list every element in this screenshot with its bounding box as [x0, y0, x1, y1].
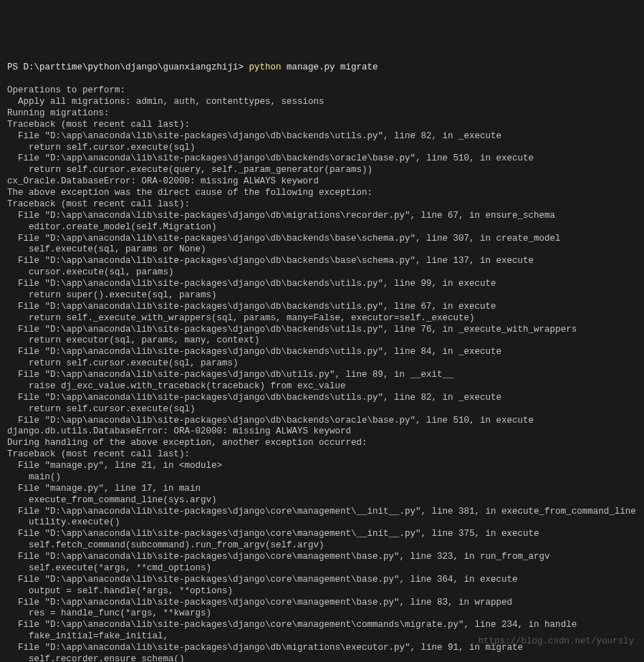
output-line: output = self.handle(*args, **options): [7, 586, 637, 598]
output-line: return executor(sql, params, many, conte…: [7, 335, 637, 347]
output-line: utility.execute(): [7, 517, 637, 529]
output-line: execute_from_command_line(sys.argv): [7, 495, 637, 507]
output-line: res = handle_func(*args, **kwargs): [7, 608, 637, 620]
output-line: File "D:\app\anaconda\lib\site-packages\…: [7, 529, 637, 540]
output-line: raise dj_exc_value.with_traceback(traceb…: [7, 381, 637, 393]
output-line: File "D:\app\anaconda\lib\site-packages\…: [7, 211, 637, 222]
output-line: File "D:\app\anaconda\lib\site-packages\…: [7, 598, 637, 609]
output-lines: Operations to perform: Apply all migrati…: [7, 85, 637, 662]
watermark-text: https://blog.csdn.net/yoursly: [478, 636, 634, 648]
output-line: return self.cursor.execute(sql): [7, 143, 637, 154]
output-line: File "D:\app\anaconda\lib\site-packages\…: [7, 416, 637, 427]
output-line: During handling of the above exception, …: [7, 438, 637, 449]
output-line: django.db.utils.DatabaseError: ORA-02000…: [7, 426, 637, 438]
output-line: cursor.execute(sql, params): [7, 267, 637, 279]
output-line: self.execute(sql, params or None): [7, 244, 637, 256]
output-line: File "D:\app\anaconda\lib\site-packages\…: [7, 620, 637, 631]
output-line: File "D:\app\anaconda\lib\site-packages\…: [7, 256, 637, 267]
output-line: The above exception was the direct cause…: [7, 188, 637, 199]
output-line: Apply all migrations: admin, auth, conte…: [7, 97, 637, 108]
output-line: File "D:\app\anaconda\lib\site-packages\…: [7, 131, 637, 143]
output-line: File "D:\app\anaconda\lib\site-packages\…: [7, 279, 637, 290]
output-line: File "D:\app\anaconda\lib\site-packages\…: [7, 325, 637, 336]
output-line: File "D:\app\anaconda\lib\site-packages\…: [7, 234, 637, 245]
output-line: Traceback (most recent call last):: [7, 120, 637, 131]
output-line: File "D:\app\anaconda\lib\site-packages\…: [7, 153, 637, 165]
output-line: cx_Oracle.DatabaseError: ORA-02000: miss…: [7, 176, 637, 188]
output-line: self.execute(*args, **cmd_options): [7, 563, 637, 575]
output-line: File "manage.py", line 17, in main: [7, 484, 637, 495]
output-line: File "D:\app\anaconda\lib\site-packages\…: [7, 393, 637, 404]
output-line: File "manage.py", line 21, in <module>: [7, 461, 637, 472]
command-name: python: [249, 62, 287, 72]
output-line: editor.create_model(self.Migration): [7, 222, 637, 234]
output-line: File "D:\app\anaconda\lib\site-packages\…: [7, 507, 637, 518]
output-line: Running migrations:: [7, 108, 637, 120]
terminal-output[interactable]: PS D:\parttime\python\django\guanxiangzh…: [7, 52, 637, 663]
output-line: File "D:\app\anaconda\lib\site-packages\…: [7, 370, 637, 381]
output-line: File "D:\app\anaconda\lib\site-packages\…: [7, 302, 637, 313]
output-line: Traceback (most recent call last):: [7, 199, 637, 211]
output-line: main(): [7, 472, 637, 484]
output-line: File "D:\app\anaconda\lib\site-packages\…: [7, 552, 637, 563]
output-line: return super().execute(sql, params): [7, 290, 637, 302]
output-line: return self._execute_with_wrappers(sql, …: [7, 313, 637, 325]
output-line: self.fetch_command(subcommand).run_from_…: [7, 540, 637, 552]
output-line: File "D:\app\anaconda\lib\site-packages\…: [7, 347, 637, 358]
output-line: return self.cursor.execute(query, self._…: [7, 165, 637, 176]
output-line: Traceback (most recent call last):: [7, 449, 637, 461]
output-line: return self.cursor.execute(sql, params): [7, 358, 637, 370]
output-line: Operations to perform:: [7, 85, 637, 97]
output-line: File "D:\app\anaconda\lib\site-packages\…: [7, 575, 637, 586]
prompt-line: PS D:\parttime\python\django\guanxiangzh…: [7, 62, 637, 74]
prompt-path: PS D:\parttime\python\django\guanxiangzh…: [7, 62, 249, 72]
output-line: self.recorder.ensure_schema(): [7, 654, 637, 662]
output-line: return self.cursor.execute(sql): [7, 404, 637, 416]
command-args: manage.py migrate: [287, 62, 378, 72]
